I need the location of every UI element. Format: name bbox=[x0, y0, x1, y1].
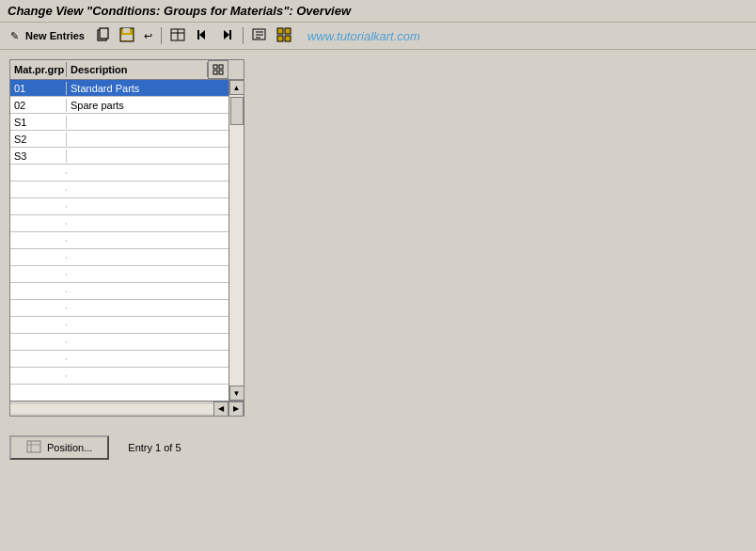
svg-rect-18 bbox=[277, 36, 283, 41]
extra-icon bbox=[276, 27, 291, 44]
cell-matprgrp bbox=[10, 223, 67, 225]
table-row[interactable] bbox=[10, 249, 228, 266]
svg-marker-8 bbox=[199, 30, 205, 39]
cell-matprgrp bbox=[10, 172, 67, 174]
scroll-left-arrow[interactable]: ◀ bbox=[213, 401, 228, 417]
prev-icon bbox=[195, 27, 210, 44]
new-entries-button[interactable]: ✎ bbox=[8, 28, 22, 44]
undo-button[interactable]: ↩ bbox=[141, 28, 155, 44]
scroll-thumb[interactable] bbox=[230, 97, 244, 125]
pen-icon: ✎ bbox=[10, 30, 19, 42]
cell-matprgrp: S1 bbox=[10, 116, 67, 129]
title-bar: Change View "Conditions: Groups for Mate… bbox=[0, 0, 756, 23]
table-row[interactable] bbox=[10, 181, 228, 198]
save-button[interactable] bbox=[117, 25, 137, 46]
cell-matprgrp bbox=[10, 375, 67, 377]
cell-matprgrp: S2 bbox=[10, 133, 67, 146]
cell-matprgrp bbox=[10, 341, 67, 343]
table-row[interactable]: S1 bbox=[10, 114, 228, 131]
cell-description bbox=[67, 240, 208, 242]
cell-description bbox=[67, 223, 208, 225]
main-content: Mat.pr.grp Description 01Standard Parts0… bbox=[0, 50, 756, 544]
info-button[interactable] bbox=[249, 25, 270, 46]
cell-description bbox=[67, 121, 208, 123]
cell-matprgrp: 01 bbox=[10, 82, 67, 95]
table-row[interactable]: S3 bbox=[10, 148, 228, 165]
table-row[interactable]: 01Standard Parts bbox=[10, 80, 228, 97]
cell-matprgrp bbox=[10, 274, 67, 276]
table-row[interactable] bbox=[10, 317, 228, 334]
cell-matprgrp bbox=[10, 240, 67, 242]
column-settings-button[interactable] bbox=[208, 60, 228, 79]
scroll-right-arrow[interactable]: ▶ bbox=[228, 401, 244, 417]
table-row[interactable]: 02Spare parts bbox=[10, 97, 228, 114]
cell-matprgrp bbox=[10, 189, 67, 191]
table-row[interactable] bbox=[10, 198, 228, 215]
cell-matprgrp: S3 bbox=[10, 150, 67, 163]
table-row[interactable] bbox=[10, 232, 228, 249]
extra-button[interactable] bbox=[274, 25, 294, 46]
cell-matprgrp bbox=[10, 307, 67, 309]
svg-rect-20 bbox=[213, 65, 217, 69]
new-entries-label: New Entries bbox=[25, 30, 85, 41]
cell-matprgrp bbox=[10, 358, 67, 360]
cell-description bbox=[67, 189, 208, 191]
table-row[interactable] bbox=[10, 300, 228, 317]
table-row[interactable] bbox=[10, 351, 228, 368]
svg-rect-11 bbox=[229, 30, 231, 39]
svg-rect-19 bbox=[285, 36, 291, 41]
entry-info: Entry 1 of 5 bbox=[128, 442, 181, 453]
scroll-down-arrow[interactable]: ▼ bbox=[229, 386, 244, 401]
prev-button[interactable] bbox=[192, 25, 213, 46]
table-row[interactable] bbox=[10, 368, 228, 385]
cell-description bbox=[67, 274, 208, 276]
cell-matprgrp bbox=[10, 206, 67, 208]
page-title: Change View "Conditions: Groups for Mate… bbox=[8, 4, 351, 18]
cell-description bbox=[67, 341, 208, 343]
footer-area: Position... Entry 1 of 5 bbox=[9, 435, 747, 460]
table-row[interactable] bbox=[10, 266, 228, 283]
cell-matprgrp: 02 bbox=[10, 99, 67, 112]
table-settings-button[interactable] bbox=[167, 25, 188, 46]
cell-matprgrp bbox=[10, 324, 67, 326]
col-header-matprgrp: Mat.pr.grp bbox=[10, 62, 67, 77]
copy-icon bbox=[95, 27, 110, 44]
table-header: Mat.pr.grp Description bbox=[10, 60, 244, 80]
next-icon bbox=[219, 27, 234, 44]
table-row[interactable] bbox=[10, 165, 228, 181]
svg-rect-21 bbox=[219, 65, 223, 69]
next-button[interactable] bbox=[216, 25, 237, 46]
table-row[interactable] bbox=[10, 215, 228, 232]
cell-description bbox=[67, 206, 208, 208]
cell-matprgrp bbox=[10, 257, 67, 259]
svg-rect-23 bbox=[219, 71, 223, 74]
copy-button[interactable] bbox=[92, 25, 113, 46]
undo-icon: ↩ bbox=[144, 30, 152, 42]
svg-rect-22 bbox=[213, 71, 217, 74]
cell-description bbox=[67, 155, 208, 157]
table-row[interactable] bbox=[10, 283, 228, 300]
cell-description bbox=[67, 307, 208, 309]
cell-description bbox=[67, 291, 208, 292]
cell-description bbox=[67, 138, 208, 140]
scroll-up-arrow[interactable]: ▲ bbox=[229, 80, 244, 95]
table-icon bbox=[170, 27, 185, 44]
position-button-icon bbox=[26, 440, 41, 455]
cell-description: Spare parts bbox=[67, 99, 208, 112]
svg-rect-17 bbox=[285, 28, 291, 34]
cell-description bbox=[67, 375, 208, 377]
col-header-description: Description bbox=[67, 62, 208, 77]
svg-rect-9 bbox=[197, 30, 199, 39]
data-table: Mat.pr.grp Description 01Standard Parts0… bbox=[9, 59, 244, 417]
position-button[interactable]: Position... bbox=[9, 435, 109, 460]
table-row[interactable] bbox=[10, 334, 228, 351]
separator2 bbox=[243, 27, 244, 44]
cell-description bbox=[67, 257, 208, 259]
cell-description bbox=[67, 324, 208, 326]
cell-description: Standard Parts bbox=[67, 82, 208, 95]
save-icon bbox=[119, 27, 134, 44]
scroll-track[interactable] bbox=[229, 95, 244, 386]
svg-rect-1 bbox=[100, 28, 108, 39]
vertical-scrollbar[interactable]: ▲ ▼ bbox=[228, 80, 244, 401]
table-row[interactable]: S2 bbox=[10, 131, 228, 148]
